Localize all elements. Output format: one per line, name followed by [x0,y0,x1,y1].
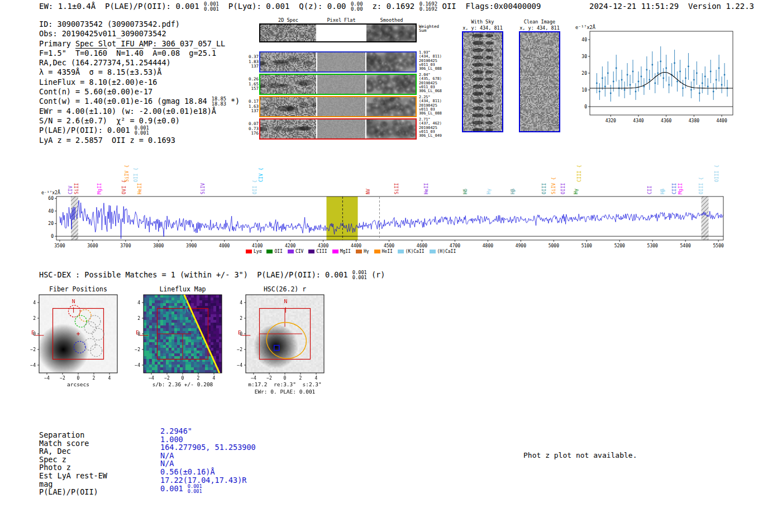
fiber-circle [84,338,96,350]
data-point [676,81,678,83]
match-row-value: 0.56(±0.16)Å [160,468,256,476]
data-point [638,81,640,83]
text-segment: RA,Dec (164.277374,51.254444) [39,58,171,67]
x-tick-label: 5400 [680,243,691,248]
data-point [646,69,648,71]
x-tick-label: 4300 [318,243,328,248]
fiber-pixelflat-image [317,119,365,138]
info-line: Primary Spec_Slot_IFU_AMP: 306_037_057_L… [39,39,240,49]
emission-line-label: CIV { [258,167,264,182]
fiber-smoothed-image [366,52,416,71]
legend-item: OII [266,249,282,254]
spec2d-panel: Weighted Sum0.37 1.83 1371.93" (434, 811… [249,17,445,154]
fiber-circle [84,322,96,333]
y-tick-label: 60 [48,196,54,201]
data-point [710,71,712,73]
x-tick-label: 0 [182,376,184,381]
emission-line-label: SiIV [200,183,206,194]
emission-line-label: CIII { [576,165,582,182]
info-line: EWr = 4.00(±1.10) (w: -2.00(±0.01)e18)Å [39,107,240,116]
text-segment: EW: 1.1±0.4Å P(LAE)/P(OII): 0.001 [39,2,204,11]
y-tick-label: 20 [48,221,54,226]
data-point [707,86,709,88]
data-point [624,89,626,91]
x-tick-label: 3800 [153,243,164,248]
info-line: Obs: 20190425v011_3090073542 [39,29,240,39]
data-point [685,78,686,79]
x-tick-label: −2 [164,376,170,381]
y-tick-label: 10 [581,88,587,93]
fiber-positions-cutout: −4−4−2−2002244NE arcsecs [20,294,131,397]
elixer-report-page: EW: 1.1±0.4Å P(LAE)/P(OII): 0.001 0.0010… [0,0,782,532]
text-segment: EWr = 4.00(±1.10) (w: -2.00(±0.01)e18)Å [39,107,216,116]
spec2d-fiber-row [259,74,417,95]
x-tick-label: −2 [266,376,272,381]
info-line: Cont(n) = 5.60(±0.00)e-17 [39,87,240,97]
data-point [602,78,603,79]
text-segment: Cont(w) = 1.40(±0.01)e-16 (gmag 18.84 [39,97,212,106]
match-table-values: 2.2946"1.000164.277905, 51.253900N/AN/A0… [160,427,256,492]
data-point [654,83,656,84]
x-tick-label: 5200 [614,243,625,248]
fiber-info-text: 1.93" (434, 811) 20190425 v011_03 306_LL… [419,51,442,71]
fiber-circle [92,328,104,340]
source-aperture-ellipse [263,319,309,362]
fiber-2dspec-image [260,97,316,116]
legend-label: Lyα [254,249,261,254]
emission-line-label: HeII [423,183,429,194]
legend-item: (H)CaII [430,249,456,254]
legend-item: (K)CaII [398,249,425,254]
match-table-labels: SeparationMatch scoreRA, DecSpec zPhoto … [39,431,107,496]
x-tick-label: 3700 [120,243,131,248]
info-line: ID: 3090073542 (3090073542.pdf) [39,20,240,29]
x-tick-label: 4340 [633,118,643,123]
x-tick-label: 4100 [252,243,263,248]
emission-line-label: SiII [74,183,79,194]
legend-item: HeII [374,249,393,254]
y-tick-label: 2 [33,316,36,321]
x-tick-label: 4380 [689,118,699,123]
legend-label: MgII [340,249,351,254]
text-segment: LineFlux = 8.10(±2.00)e-16 [39,78,157,87]
text-segment: (r) [367,270,385,279]
legend-item: MgII [332,249,351,254]
fiber-pixelflat-image [317,52,365,71]
x-tick-label: 4360 [661,118,671,123]
y-tick-label: 4 [240,300,242,305]
text-segment: P(LAE)/P(OII): 0.001 [39,126,135,135]
fiber-weight-numbers: 0.17 1.63 137 [249,99,259,114]
y-tick-label: 0 [51,234,54,239]
info-line: LineFlux = 8.10(±2.00)e-16 [39,78,240,87]
x-tick-label: 3600 [87,243,98,248]
emission-line-label: SiIV { [551,177,556,194]
y-axis-units-label: e⁻¹⁷x2Å [575,24,595,30]
uncertainty-lower: 0.1692 [419,7,437,12]
data-point [616,68,617,69]
uncertainty-lower: 0.001 [204,7,219,12]
fiber-circle [90,345,102,357]
x-tick-label: 0 [77,376,80,381]
x-tick-label: 4320 [605,118,616,123]
weighted-sum-strip [259,23,417,42]
data-point [718,68,720,69]
data-point [690,89,692,91]
data-point [688,66,689,68]
x-tick-label: −2 [60,376,65,381]
text-segment: S/N = 2.6(±0.7) χ² = 0.9(±0.0) [39,116,180,125]
fiber-circle [69,305,80,317]
emission-line-label: SiIV { [124,165,130,182]
data-point [724,74,726,76]
y-tick-label: −4 [135,363,140,368]
x-tick-label: 5100 [581,243,592,248]
x-tick-label: 0 [284,376,287,381]
lineflux-map-cutout: −4−4−2−2002244NE s/b: 2.36 +/- 0.208 [124,294,236,397]
withsky-image [462,31,503,132]
clean-title: Clean Image [524,19,555,25]
data-point [713,91,714,93]
text-segment: N=1.40 [116,49,144,57]
x-tick-label: 4 [315,376,318,381]
match-row-label: RA, Dec [39,447,107,456]
data-point [660,61,661,63]
y-tick-label: 40 [48,209,54,214]
line-fit-zoom-plot: 01020304043204340436043804400e⁻¹⁷x2Å [569,23,753,132]
